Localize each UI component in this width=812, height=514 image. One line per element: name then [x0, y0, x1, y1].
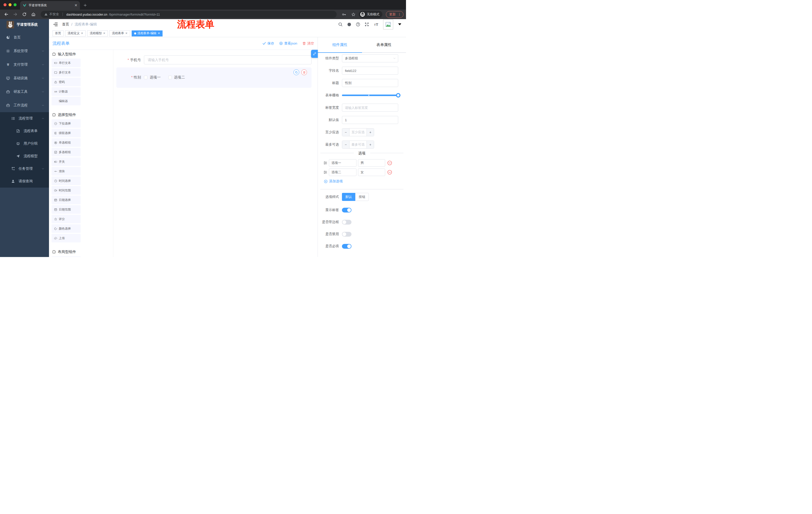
tag-process-definition[interactable]: 流程定义✕	[65, 30, 86, 36]
view-json-button[interactable]: 查看json	[279, 41, 297, 46]
help-icon[interactable]	[356, 22, 360, 27]
palette-item-switch[interactable]: 开关	[52, 157, 81, 166]
password-key-icon[interactable]	[342, 12, 346, 17]
tab-form-props[interactable]: 表单属性	[362, 37, 406, 52]
palette-item-rate[interactable]: 评分	[52, 215, 81, 223]
palette-item-counter[interactable]: 123计数器	[52, 87, 81, 96]
browser-menu-dots-icon[interactable]	[398, 12, 401, 16]
title-input[interactable]	[342, 79, 398, 87]
canvas-field-gender-selected[interactable]: 性别 选项一选项二	[116, 67, 312, 88]
tag-close-icon[interactable]: ✕	[103, 32, 105, 35]
max-select-placeholder[interactable]: 最多可选	[349, 141, 367, 148]
clear-button[interactable]: 清空	[302, 41, 314, 46]
label-width-input[interactable]	[342, 104, 398, 112]
add-option-button[interactable]: 添加选项	[324, 179, 406, 184]
sidebar-item-dev-tools[interactable]: 研发工具	[0, 85, 49, 99]
form-grid-slider[interactable]	[342, 91, 398, 99]
sidebar-item-process-mgmt[interactable]: 流程管理	[0, 112, 49, 125]
avatar-caret-down-icon[interactable]	[398, 22, 402, 27]
style-default-button[interactable]: 默认	[342, 193, 355, 201]
option-value-input[interactable]	[358, 168, 385, 176]
palette-item-color-picker[interactable]: 颜色选择	[52, 224, 81, 233]
checkbox-icon[interactable]	[144, 76, 147, 79]
default-value-input[interactable]	[342, 116, 398, 124]
palette-item-upload[interactable]: 上传	[52, 234, 81, 242]
palette-item-single-line-text[interactable]: 单行文本	[52, 59, 81, 67]
palette-item-checkbox-group[interactable]: 多选框组	[52, 148, 81, 156]
tab-close-icon[interactable]: ✕	[75, 3, 77, 7]
toggle-disabled[interactable]	[342, 232, 351, 237]
new-tab-button[interactable]	[82, 2, 88, 8]
tag-process-form[interactable]: 流程表单✕	[109, 30, 130, 36]
palette-item-radio-group[interactable]: 单选框组	[52, 138, 81, 147]
minimize-window-button[interactable]	[8, 3, 11, 6]
update-button[interactable]: 更新	[386, 11, 404, 18]
toggle-with-border[interactable]	[342, 220, 351, 224]
tag-process-form-edit[interactable]: 流程表单-编辑✕	[132, 30, 163, 36]
fullscreen-icon[interactable]	[365, 22, 369, 27]
tag-home[interactable]: 首页	[53, 30, 63, 36]
toggle-show-label[interactable]	[342, 208, 351, 213]
field-name-input[interactable]	[342, 66, 398, 75]
palette-item-cascader[interactable]: 级联选择	[52, 129, 81, 137]
drag-handle-icon[interactable]	[323, 161, 327, 165]
toggle-required[interactable]	[342, 244, 351, 249]
gender-checkbox-1[interactable]: 选项一	[144, 75, 161, 80]
link-tab[interactable]	[311, 50, 318, 58]
palette-item-row-container[interactable]: 行容器	[52, 256, 81, 257]
component-type-select[interactable]	[342, 54, 398, 62]
palette-item-time-picker[interactable]: 时间选择	[52, 177, 81, 185]
palette-item-slider[interactable]: 滑块	[52, 167, 81, 175]
canvas-field-phone[interactable]: 手机号	[116, 55, 312, 64]
phone-field-input[interactable]	[144, 55, 312, 64]
palette-item-time-range[interactable]: 时间范围	[52, 186, 81, 195]
min-select-placeholder[interactable]: 至少应选	[349, 129, 367, 136]
sidebar-item-leave-query[interactable]: 请假查询	[0, 175, 49, 188]
sidebar-item-process-model[interactable]: 流程模型	[0, 150, 49, 162]
sidebar-item-process-form[interactable]: 流程表单	[0, 125, 49, 137]
sidebar-item-infrastructure[interactable]: 基础设施	[0, 72, 49, 85]
save-button[interactable]: 保存	[262, 41, 274, 46]
decrease-button[interactable]: −	[342, 141, 349, 148]
github-icon[interactable]	[347, 22, 351, 27]
breadcrumb-home[interactable]: 首页	[62, 22, 69, 27]
font-size-icon[interactable]: TT	[373, 22, 379, 27]
forward-icon[interactable]	[13, 12, 18, 17]
palette-item-select[interactable]: 下拉选择	[52, 119, 81, 128]
sidebar-collapse-icon[interactable]	[53, 22, 58, 27]
style-button-button[interactable]: 按钮	[355, 193, 369, 201]
drag-handle-icon[interactable]	[323, 170, 327, 174]
tag-close-icon[interactable]: ✕	[158, 32, 160, 35]
tab-component-props[interactable]: 组件属性	[318, 37, 362, 52]
palette-item-date-range[interactable]: 日期范围	[52, 205, 81, 214]
browser-tab[interactable]: 芋道管理系统 ✕	[20, 1, 80, 9]
user-avatar[interactable]	[383, 19, 393, 29]
home-icon[interactable]	[31, 12, 36, 17]
remove-option-icon[interactable]	[387, 160, 392, 165]
sidebar-item-system-mgmt[interactable]: 系统管理	[0, 44, 49, 58]
sidebar-item-task-mgmt[interactable]: 任务管理	[0, 162, 49, 175]
option-label-input[interactable]	[329, 159, 356, 167]
reload-icon[interactable]	[22, 12, 27, 17]
option-label-input[interactable]	[329, 168, 356, 176]
palette-item-editor[interactable]: 编辑器	[52, 97, 81, 105]
increase-button[interactable]: +	[367, 129, 374, 136]
tag-close-icon[interactable]: ✕	[81, 32, 83, 35]
zoom-window-button[interactable]	[13, 3, 17, 6]
close-window-button[interactable]	[3, 3, 6, 6]
palette-item-date-picker[interactable]: 日期选择	[52, 196, 81, 204]
sidebar-item-payment-mgmt[interactable]: ¥支付管理	[0, 58, 49, 72]
gender-checkbox-2[interactable]: 选项二	[168, 75, 185, 80]
checkbox-icon[interactable]	[168, 76, 172, 79]
decrease-button[interactable]: −	[342, 129, 349, 136]
slider-handle[interactable]	[396, 93, 401, 98]
palette-item-multi-line-text[interactable]: 多行文本	[52, 68, 81, 77]
back-icon[interactable]	[4, 12, 8, 17]
sidebar-logo[interactable]: 芋道管理系统	[0, 19, 49, 30]
palette-item-password[interactable]: 密码	[52, 78, 81, 86]
tag-process-model[interactable]: 流程模型✕	[87, 30, 108, 36]
delete-component-button[interactable]	[301, 70, 307, 75]
search-icon[interactable]	[338, 22, 343, 27]
sidebar-item-user-group[interactable]: 用户分组	[0, 137, 49, 150]
sidebar-item-workflow[interactable]: 工作流程	[0, 99, 49, 112]
